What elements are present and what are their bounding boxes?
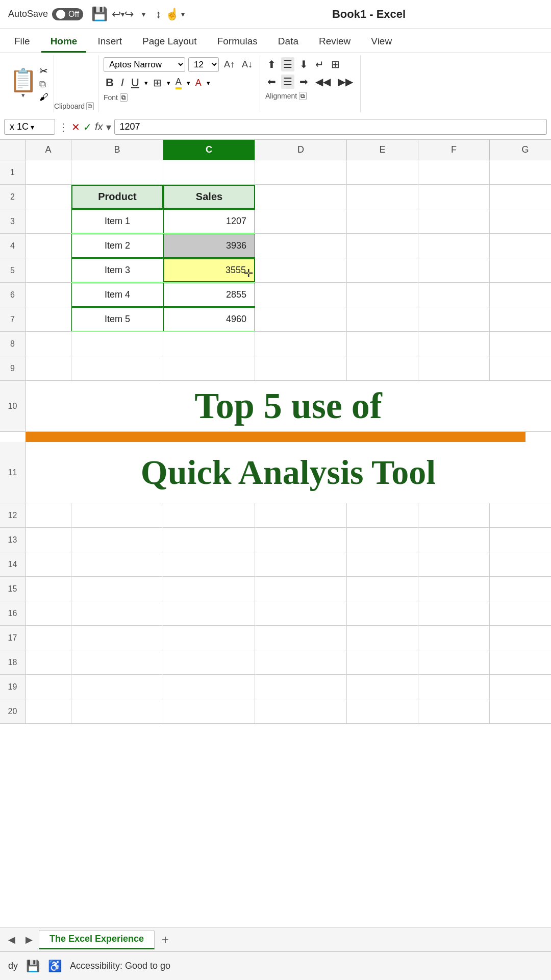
- border-dropdown[interactable]: ▾: [167, 79, 170, 87]
- col-header-a[interactable]: A: [26, 140, 71, 160]
- confirm-icon[interactable]: ✓: [83, 121, 92, 133]
- align-bottom-btn[interactable]: ⬇: [297, 57, 310, 71]
- cell-d2[interactable]: [255, 185, 347, 209]
- border-btn[interactable]: ⊞: [151, 76, 164, 90]
- tab-data[interactable]: Data: [269, 32, 308, 53]
- sheet-next-btn[interactable]: ▶: [21, 932, 37, 947]
- cell-e1[interactable]: [347, 160, 418, 184]
- col-header-e[interactable]: E: [347, 140, 418, 160]
- align-right-btn[interactable]: ➡: [297, 75, 310, 89]
- status-save-icon[interactable]: 💾: [26, 960, 40, 973]
- cell-f4[interactable]: [418, 234, 490, 258]
- cell-d5[interactable]: [255, 258, 347, 282]
- cell-item5-product[interactable]: Item 5: [71, 307, 163, 331]
- cell-g5[interactable]: [490, 258, 551, 282]
- cell-f3[interactable]: [418, 209, 490, 233]
- undo-dropdown-icon[interactable]: ▾: [121, 10, 124, 18]
- cell-item1-sales[interactable]: 1207: [163, 209, 255, 233]
- cell-ref-dropdown[interactable]: ▾: [31, 123, 34, 131]
- accessibility-icon[interactable]: ♿: [48, 960, 62, 973]
- merge-btn[interactable]: ⊞: [329, 57, 342, 71]
- add-sheet-btn[interactable]: +: [157, 930, 174, 949]
- cell-g1[interactable]: [490, 160, 551, 184]
- increase-indent-btn[interactable]: ▶▶: [336, 75, 355, 89]
- cell-e5[interactable]: [347, 258, 418, 282]
- tab-review[interactable]: Review: [310, 32, 360, 53]
- redo-dropdown-icon[interactable]: ▾: [142, 10, 145, 18]
- font-color-dropdown[interactable]: ▾: [207, 79, 210, 87]
- copy-icon[interactable]: ⧉: [39, 79, 48, 90]
- cell-e2[interactable]: [347, 185, 418, 209]
- more-icon[interactable]: ⋮: [58, 121, 68, 133]
- cell-g3[interactable]: [490, 209, 551, 233]
- underline-btn[interactable]: U: [129, 75, 141, 90]
- cell-item3-product[interactable]: Item 3: [71, 258, 163, 282]
- cell-d6[interactable]: [255, 283, 347, 307]
- touch-dropdown-icon[interactable]: ▾: [181, 10, 185, 18]
- sort-icon[interactable]: ↕: [156, 8, 161, 21]
- cell-g4[interactable]: [490, 234, 551, 258]
- align-left-btn[interactable]: ⬅: [265, 75, 278, 89]
- bold-btn[interactable]: B: [104, 75, 116, 90]
- cell-a3[interactable]: [26, 209, 71, 233]
- fill-dropdown[interactable]: ▾: [187, 79, 190, 87]
- col-header-g[interactable]: G: [490, 140, 551, 160]
- col-header-f[interactable]: F: [418, 140, 490, 160]
- cell-f7[interactable]: [418, 307, 490, 331]
- cell-item4-sales[interactable]: 2855: [163, 283, 255, 307]
- font-name-select[interactable]: Aptos Narrow: [104, 57, 185, 72]
- cell-a4[interactable]: [26, 234, 71, 258]
- cell-f1[interactable]: [418, 160, 490, 184]
- clipboard-dialog-icon[interactable]: ⧉: [86, 102, 94, 110]
- col-header-c[interactable]: C: [163, 140, 255, 160]
- autosave-toggle[interactable]: Off: [52, 8, 83, 20]
- tab-home[interactable]: Home: [41, 32, 87, 53]
- align-middle-btn[interactable]: ☰: [281, 57, 294, 71]
- cell-item3-sales[interactable]: 3555 ✛: [163, 258, 255, 282]
- decrease-font-btn[interactable]: A↓: [240, 58, 255, 71]
- cell-c1[interactable]: [163, 160, 255, 184]
- wrap-text-btn[interactable]: ↵: [313, 57, 326, 71]
- tab-formulas[interactable]: Formulas: [208, 32, 267, 53]
- cell-d3[interactable]: [255, 209, 347, 233]
- fx-dropdown[interactable]: ▾: [106, 121, 111, 133]
- undo-icon[interactable]: ↩: [112, 8, 121, 21]
- decrease-indent-btn[interactable]: ◀◀: [313, 75, 333, 89]
- cell-b1[interactable]: [71, 160, 163, 184]
- cell-d4[interactable]: [255, 234, 347, 258]
- cell-f2[interactable]: [418, 185, 490, 209]
- cell-e3[interactable]: [347, 209, 418, 233]
- touch-icon[interactable]: ☝: [165, 8, 179, 21]
- cell-e4[interactable]: [347, 234, 418, 258]
- cell-item1-product[interactable]: Item 1: [71, 209, 163, 233]
- cell-f5[interactable]: [418, 258, 490, 282]
- tab-file[interactable]: File: [5, 32, 39, 53]
- cell-item2-product[interactable]: Item 2: [71, 234, 163, 258]
- cell-item4-product[interactable]: Item 4: [71, 283, 163, 307]
- paste-icon[interactable]: 📋: [9, 69, 37, 91]
- cell-e6[interactable]: [347, 283, 418, 307]
- underline-dropdown[interactable]: ▾: [144, 79, 148, 87]
- fill-color-btn[interactable]: A: [173, 76, 184, 90]
- cell-g6[interactable]: [490, 283, 551, 307]
- sheet-tab-excel-experience[interactable]: The Excel Experience: [39, 930, 155, 949]
- cell-reference-box[interactable]: x 1C ▾: [4, 119, 55, 135]
- tab-insert[interactable]: Insert: [88, 32, 131, 53]
- tab-view[interactable]: View: [362, 32, 401, 53]
- italic-btn[interactable]: I: [119, 75, 126, 90]
- formula-input[interactable]: [114, 119, 547, 135]
- save-icon[interactable]: 💾: [91, 6, 108, 22]
- sheet-prev-btn[interactable]: ◀: [4, 932, 19, 947]
- cell-item5-sales[interactable]: 4960: [163, 307, 255, 331]
- cell-d1[interactable]: [255, 160, 347, 184]
- col-header-b[interactable]: B: [71, 140, 163, 160]
- cell-d7[interactable]: [255, 307, 347, 331]
- paste-dropdown-icon[interactable]: ▾: [21, 91, 25, 99]
- format-painter-icon[interactable]: 🖌: [39, 92, 48, 103]
- align-top-btn[interactable]: ⬆: [265, 57, 278, 71]
- alignment-dialog-icon[interactable]: ⧉: [299, 92, 307, 100]
- cut-icon[interactable]: ✂: [39, 65, 48, 77]
- cell-g7[interactable]: [490, 307, 551, 331]
- cell-a5[interactable]: [26, 258, 71, 282]
- cell-e7[interactable]: [347, 307, 418, 331]
